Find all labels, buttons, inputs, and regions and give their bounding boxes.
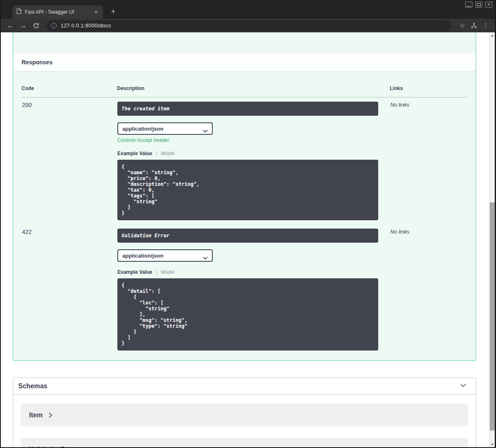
extensions-glyph-icon <box>471 22 477 29</box>
responses-table: Code Description Links 200 The created i… <box>22 71 467 355</box>
response-links: No links <box>390 224 467 355</box>
response-description-cell: The created item application/json <box>117 97 390 225</box>
minimize-icon <box>467 6 471 7</box>
scrollbar-thumb[interactable] <box>490 202 495 431</box>
browser-window: ✕ Fast API - Swagger UI ✕ + ← → i 127.0.… <box>1 0 495 447</box>
example-json-block: { "detail": [ { "loc": [ "string" ], "ms… <box>117 278 378 351</box>
maximize-icon <box>477 3 481 6</box>
column-header-description: Description <box>117 71 390 97</box>
tab-divider <box>156 151 157 156</box>
browser-toolbar: ← → i 127.0.0.1:8000/docs ☆ ⋮ <box>1 19 495 32</box>
tab-strip: ✕ Fast API - Swagger UI ✕ + <box>1 0 495 19</box>
response-links: No links <box>390 97 467 225</box>
minimize-button[interactable] <box>465 2 472 7</box>
responses-title: Responses <box>22 59 53 66</box>
swagger-page: Responses Code Description Links <box>1 32 489 447</box>
media-type-select[interactable]: application/json <box>117 249 213 262</box>
tab-model[interactable]: Model <box>161 151 175 156</box>
tab-title: Fast API - Swagger UI <box>25 9 92 15</box>
tab-example-value[interactable]: Example Value <box>117 269 152 275</box>
accept-header-message: Controls Accept header. <box>117 137 378 143</box>
browser-menu-button[interactable]: ⋮ <box>481 21 491 31</box>
address-bar[interactable]: i 127.0.0.1:8000/docs <box>46 20 451 31</box>
media-type-control: application/json <box>117 122 213 135</box>
example-model-tabs: Example Value Model <box>117 269 378 275</box>
tab-close-button[interactable]: ✕ <box>92 9 100 16</box>
response-row-422: 422 Validation Error application/json <box>22 224 467 355</box>
opblock-body-spacer <box>13 32 476 53</box>
model-row-item[interactable]: Item <box>21 404 468 426</box>
responses-wrapper: Code Description Links 200 The created i… <box>13 71 476 360</box>
model-name: Item <box>29 411 43 419</box>
close-icon: ✕ <box>487 3 491 7</box>
media-type-select[interactable]: application/json <box>117 122 213 135</box>
tab-divider <box>156 269 157 275</box>
response-description-cell: Validation Error application/json <box>117 224 390 355</box>
extensions-icon[interactable] <box>469 21 479 31</box>
browser-tab[interactable]: Fast API - Swagger UI ✕ <box>12 5 103 19</box>
schemas-title: Schemas <box>18 382 47 390</box>
back-button[interactable]: ← <box>5 20 16 31</box>
column-header-links: Links <box>390 71 467 97</box>
maximize-button[interactable] <box>475 2 482 7</box>
example-json-block: { "name": "string", "price": 0, "descrip… <box>117 160 378 220</box>
window-controls: ✕ <box>465 2 492 7</box>
forward-button[interactable]: → <box>18 20 29 31</box>
chevron-right-icon <box>49 412 52 418</box>
vertical-scrollbar[interactable]: ▲ ▼ <box>489 32 495 447</box>
model-name: ValidationError <box>29 446 77 448</box>
bookmark-star-button[interactable]: ☆ <box>457 21 467 31</box>
tab-model[interactable]: Model <box>161 269 175 275</box>
opblock-post: Responses Code Description Links <box>13 32 476 361</box>
new-tab-button[interactable]: + <box>108 6 119 17</box>
column-header-code: Code <box>22 71 117 97</box>
tab-example-value[interactable]: Example Value <box>117 151 152 156</box>
reload-button[interactable] <box>31 20 41 31</box>
example-model-tabs: Example Value Model <box>117 151 378 156</box>
response-code: 422 <box>22 224 117 355</box>
scroll-up-arrow[interactable]: ▲ <box>489 32 495 38</box>
chevron-right-icon <box>83 447 86 448</box>
scroll-down-arrow[interactable]: ▼ <box>489 441 495 447</box>
media-type-control: application/json <box>117 249 213 262</box>
chevron-down-icon[interactable] <box>459 381 467 391</box>
model-row-validationerror[interactable]: ValidationError <box>21 438 468 447</box>
schemas-section: Schemas Item ValidationError <box>13 377 476 447</box>
response-description: The created item <box>117 102 378 116</box>
page-favicon-icon <box>17 8 22 16</box>
response-row-200: 200 The created item application/json <box>22 97 467 225</box>
responses-section-header: Responses <box>13 53 476 71</box>
schemas-header[interactable]: Schemas <box>13 378 476 394</box>
url-text[interactable]: 127.0.0.1:8000/docs <box>61 22 111 29</box>
page-content: Responses Code Description Links <box>1 32 495 447</box>
site-info-icon[interactable]: i <box>51 23 57 29</box>
reload-icon <box>33 22 39 29</box>
response-description: Validation Error <box>117 229 378 243</box>
response-code: 200 <box>22 97 117 225</box>
close-window-button[interactable]: ✕ <box>485 2 492 7</box>
